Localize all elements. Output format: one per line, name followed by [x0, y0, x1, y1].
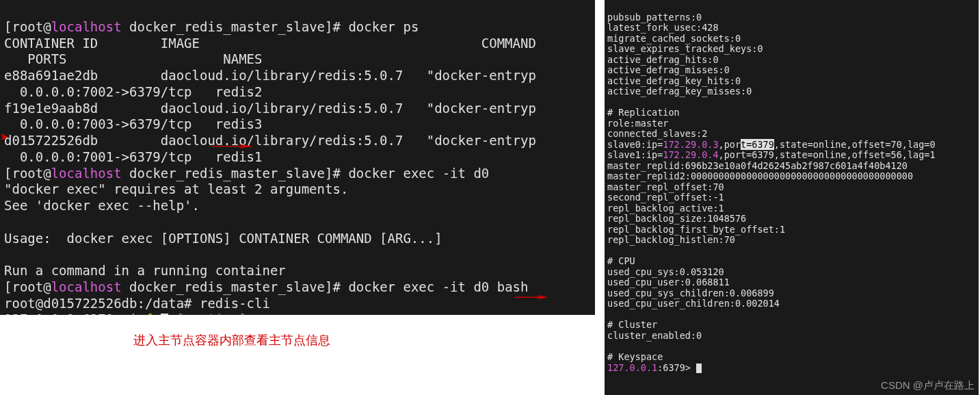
- info-mid: master_replid:696b23e10a0f4d26245ab2f987…: [607, 160, 913, 362]
- slave1-line: slave1:ip=172.29.0.4,port=6379,state=onl…: [607, 149, 936, 160]
- redis-prompt[interactable]: 127.0.0.1:6379> info [section]: [4, 311, 247, 315]
- prompt-line-1: [root@localhost docker_redis_master_slav…: [4, 19, 419, 34]
- left-terminal[interactable]: [root@localhost docker_redis_master_slav…: [0, 0, 595, 315]
- ps-row-2a: f19e1e9aab8d daocloud.io/library/redis:5…: [4, 101, 536, 116]
- redis-prompt-right[interactable]: 127.0.0.1:6379>: [607, 362, 702, 373]
- annotation-caption: 进入主节点容器内部查看主节点信息: [133, 332, 330, 348]
- slave0-line: slave0:ip=172.29.0.3,port=6379,state=onl…: [607, 139, 936, 150]
- ps-header-1: CONTAINER ID IMAGE COMMAND: [4, 36, 536, 51]
- ps-row-3a: d015722526db daocloud.io/library/redis:5…: [4, 133, 536, 148]
- ps-header-2: PORTS NAMES: [4, 51, 263, 66]
- err-line-2: See 'docker exec --help'.: [4, 198, 200, 213]
- cursor-icon: [696, 364, 702, 373]
- ps-row-3b: 0.0.0.0:7001->6379/tcp redis1: [4, 149, 263, 164]
- err-line-1: "docker exec" requires at least 2 argume…: [4, 181, 348, 196]
- info-top: pubsub_patterns:0 latest_fork_usec:428 m…: [607, 12, 763, 140]
- ps-row-2b: 0.0.0.0:7003->6379/tcp redis3: [4, 116, 263, 131]
- ps-row-1b: 0.0.0.0:7002->6379/tcp redis2: [4, 84, 263, 99]
- usage-line: Usage: docker exec [OPTIONS] CONTAINER C…: [4, 231, 442, 246]
- desc-line: Run a command in a running container: [4, 263, 286, 278]
- watermark: CSDN @卢卢在路上: [881, 379, 975, 392]
- prompt-line-3: [root@localhost docker_redis_master_slav…: [4, 279, 528, 294]
- cursor-icon: [161, 314, 168, 315]
- prompt-line-2: [root@localhost docker_redis_master_slav…: [4, 166, 489, 181]
- ps-row-1a: e88a691ae2db daocloud.io/library/redis:5…: [4, 68, 536, 83]
- right-terminal[interactable]: pubsub_patterns:0 latest_fork_usec:428 m…: [605, 0, 979, 395]
- inner-prompt: root@d015722526db:/data# redis-cli: [4, 296, 270, 311]
